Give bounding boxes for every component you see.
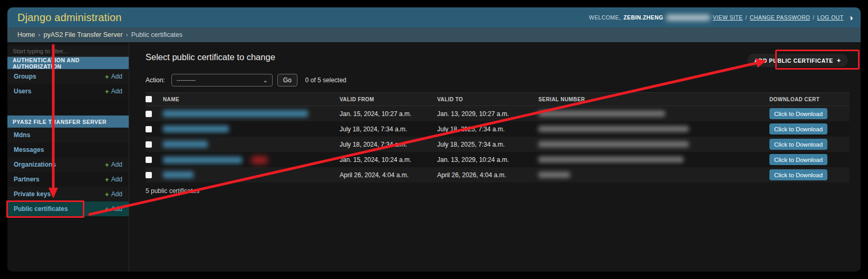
add-users-link[interactable]: + Add xyxy=(105,88,122,95)
breadcrumb-app[interactable]: pyAS2 File Transfer Server xyxy=(44,31,123,39)
username: ZEBIN.ZHENG xyxy=(623,14,663,21)
sidebar-item-mdns[interactable]: Mdns xyxy=(7,128,129,142)
redacted-serial-number xyxy=(538,126,689,132)
sidebar-item-label[interactable]: Public certificates xyxy=(14,205,68,213)
table-row: Jan. 15, 2024, 10:27 a.m. Jan. 13, 2029,… xyxy=(146,106,850,121)
download-cert-button[interactable]: Click to Download xyxy=(769,169,827,180)
breadcrumb-separator: › xyxy=(38,31,40,39)
nav-sidebar: AUTHENTICATION AND AUTHORIZATION Groups … xyxy=(7,42,129,272)
view-site-link[interactable]: VIEW SITE xyxy=(713,14,743,21)
redacted-name-link[interactable] xyxy=(163,171,194,178)
redacted-smudge xyxy=(252,157,267,163)
sidebar-item-private-keys[interactable]: Private keys + Add xyxy=(7,187,129,201)
change-password-link[interactable]: CHANGE PASSWORD xyxy=(750,14,810,21)
redacted-serial-number xyxy=(538,157,683,162)
row-checkbox[interactable] xyxy=(146,111,152,117)
sidebar-item-groups[interactable]: Groups + Add xyxy=(7,69,129,84)
column-header-name[interactable]: NAME xyxy=(163,97,340,102)
valid-to-cell: April 26, 2026, 4:04 a.m. xyxy=(437,171,538,179)
plus-icon: + xyxy=(105,161,109,168)
go-button[interactable]: Go xyxy=(277,74,297,86)
download-cert-button[interactable]: Click to Download xyxy=(769,154,827,165)
column-header-valid-from[interactable]: VALID FROM xyxy=(340,97,437,102)
row-checkbox[interactable] xyxy=(146,141,152,148)
valid-from-cell: Jan. 15, 2024, 10:27 a.m. xyxy=(340,110,437,118)
column-header-valid-to[interactable]: VALID TO xyxy=(437,97,538,102)
valid-from-cell: July 18, 2024, 7:34 a.m. xyxy=(340,141,437,148)
selection-note: 0 of 5 selected xyxy=(305,76,346,84)
download-cert-button[interactable]: Click to Download xyxy=(769,139,827,150)
redacted-name-link[interactable] xyxy=(163,110,308,117)
add-public-certificate-button[interactable]: ADD PUBLIC CERTIFICATE + xyxy=(747,54,848,67)
breadcrumb-current: Public certificates xyxy=(131,31,182,39)
sidebar-item-label[interactable]: Organizations xyxy=(14,161,56,168)
download-cert-button[interactable]: Click to Download xyxy=(769,108,827,119)
row-checkbox[interactable] xyxy=(146,157,152,163)
theme-toggle-icon[interactable]: ◑ xyxy=(848,14,853,22)
log-out-link[interactable]: LOG OUT xyxy=(817,14,843,21)
add-label: Add xyxy=(111,205,122,213)
plus-icon: + xyxy=(105,206,109,213)
redacted-name-link[interactable] xyxy=(163,126,229,132)
plus-icon: + xyxy=(837,56,841,64)
table-header-row: NAME VALID FROM VALID TO SERIAL NUMBER D… xyxy=(146,92,850,106)
redacted-serial-number xyxy=(538,141,689,147)
add-label: Add xyxy=(111,161,122,168)
redacted-serial-number xyxy=(538,111,665,117)
welcome-label: WELCOME, xyxy=(589,14,621,21)
top-bar: Django administration WELCOME, ZEBIN.ZHE… xyxy=(7,7,861,27)
sidebar-item-public-certificates[interactable]: Public certificates + Add xyxy=(7,201,129,216)
redacted-serial-number xyxy=(538,172,570,178)
row-checkbox[interactable] xyxy=(146,172,152,178)
valid-from-cell: April 26, 2024, 4:04 a.m. xyxy=(340,171,437,179)
sidebar-item-organizations[interactable]: Organizations + Add xyxy=(7,157,129,172)
valid-from-cell: Jan. 15, 2024, 10:24 a.m. xyxy=(340,156,437,163)
add-label: Add xyxy=(111,176,122,183)
action-label: Action: xyxy=(146,76,165,84)
redacted-name-link[interactable] xyxy=(163,141,208,148)
table-row: Jan. 15, 2024, 10:24 a.m. Jan. 13, 2029,… xyxy=(146,152,850,167)
screenshot-canvas: Django administration WELCOME, ZEBIN.ZHE… xyxy=(0,0,868,279)
site-title[interactable]: Django administration xyxy=(17,12,122,24)
add-label: Add xyxy=(111,73,122,80)
plus-icon: + xyxy=(105,191,109,198)
column-header-serial-number[interactable]: SERIAL NUMBER xyxy=(538,97,769,102)
valid-from-cell: July 18, 2024, 7:34 a.m. xyxy=(340,126,437,133)
certificates-table: NAME VALID FROM VALID TO SERIAL NUMBER D… xyxy=(146,92,850,182)
table-row: July 18, 2024, 7:34 a.m. July 18, 2025, … xyxy=(146,137,850,152)
valid-to-cell: July 18, 2025, 7:34 a.m. xyxy=(437,141,538,148)
add-public-certificates-link[interactable]: + Add xyxy=(105,205,122,213)
result-count: 5 public certificates xyxy=(146,187,850,195)
download-cert-button[interactable]: Click to Download xyxy=(769,123,827,134)
sidebar-item-label[interactable]: Partners xyxy=(14,176,40,183)
breadcrumb-separator: › xyxy=(126,31,128,39)
sidebar-item-users[interactable]: Users + Add xyxy=(7,84,129,99)
redacted-username-suffix xyxy=(666,15,710,21)
add-partners-link[interactable]: + Add xyxy=(105,176,122,183)
redacted-name-link[interactable] xyxy=(163,157,242,163)
action-select[interactable]: --------- ⌄ xyxy=(171,74,273,86)
sidebar-item-label[interactable]: Mdns xyxy=(14,131,30,139)
sidebar-item-label[interactable]: Private keys xyxy=(14,190,51,198)
sidebar-item-label[interactable]: Groups xyxy=(14,73,36,80)
sidebar-item-label[interactable]: Messages xyxy=(14,146,44,153)
module-pyas2: PYAS2 FILE TRANSFER SERVER Mdns Messages… xyxy=(7,116,129,216)
sidebar-filter-input[interactable] xyxy=(7,45,129,57)
table-row: April 26, 2024, 4:04 a.m. April 26, 2026… xyxy=(146,167,850,182)
changelist-content: Select public certificate to change ADD … xyxy=(129,42,861,272)
sidebar-item-partners[interactable]: Partners + Add xyxy=(7,172,129,187)
add-organizations-link[interactable]: + Add xyxy=(105,161,122,168)
breadcrumb: Home › pyAS2 File Transfer Server › Publ… xyxy=(7,27,861,42)
sidebar-item-messages[interactable]: Messages xyxy=(7,142,129,157)
sidebar-item-label[interactable]: Users xyxy=(14,88,31,95)
module-auth-caption: AUTHENTICATION AND AUTHORIZATION xyxy=(7,57,129,69)
link-separator: / xyxy=(745,14,747,21)
add-private-keys-link[interactable]: + Add xyxy=(105,190,122,198)
row-checkbox[interactable] xyxy=(146,126,152,132)
add-groups-link[interactable]: + Add xyxy=(105,73,122,80)
valid-to-cell: July 18, 2025, 7:34 a.m. xyxy=(437,126,538,133)
add-label: Add xyxy=(111,88,122,95)
valid-to-cell: Jan. 13, 2029, 10:24 a.m. xyxy=(437,156,538,163)
select-all-checkbox[interactable] xyxy=(146,96,152,102)
breadcrumb-home[interactable]: Home xyxy=(17,31,35,39)
